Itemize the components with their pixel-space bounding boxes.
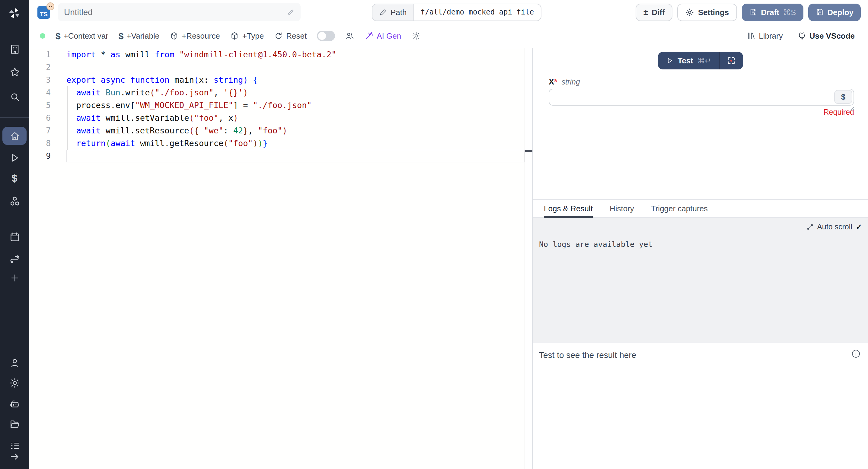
ai-gen-button[interactable]: AI Gen — [365, 31, 401, 40]
arg-name-label: X* — [549, 77, 557, 86]
library-icon — [747, 31, 756, 40]
code-line-8[interactable]: 8 return(await wmill.getResource("foo"))… — [29, 137, 532, 150]
line-number: 3 — [29, 74, 66, 86]
sidebar-item-variables[interactable]: $ — [2, 169, 27, 188]
search-icon[interactable] — [2, 88, 27, 106]
add-resource-button[interactable]: +Resource — [169, 31, 220, 40]
auto-scroll-checkmark[interactable]: ✓ — [856, 223, 862, 231]
code-line-2[interactable]: 2 — [29, 61, 532, 74]
windmill-logo-icon[interactable] — [2, 4, 27, 22]
diff-button[interactable]: ± Diff — [636, 3, 673, 21]
code-text: await wmill.setResource({ "we": 42}, "fo… — [66, 124, 525, 137]
line-number: 5 — [29, 99, 66, 112]
script-title: Untitled — [64, 7, 287, 17]
code-text: export async function main(x: string) { — [66, 74, 525, 86]
edit-path-button[interactable]: Path — [372, 4, 414, 20]
code-line-5[interactable]: 5 process.env["WM_MOCKED_API_FILE"] = ".… — [29, 99, 532, 112]
code-editor[interactable]: 1import * as wmill from "windmill-client… — [29, 48, 532, 469]
sidebar-add-icon[interactable] — [2, 269, 27, 287]
code-line-9[interactable]: 9 — [29, 150, 532, 162]
dollar-icon: $ — [56, 31, 61, 41]
code-line-1[interactable]: 1import * as wmill from "windmill-client… — [29, 48, 532, 61]
preview-panel: Test ⌘↵ X* string — [532, 48, 868, 469]
line-number: 7 — [29, 124, 66, 137]
indent-guide — [67, 86, 68, 150]
sidebar-item-triggers[interactable] — [2, 250, 27, 268]
settings-button[interactable]: Settings — [678, 3, 737, 21]
plus-minus-icon: ± — [644, 7, 648, 17]
library-button[interactable]: Library — [747, 31, 783, 40]
no-logs-message: No logs are available yet — [539, 240, 868, 249]
script-title-box[interactable]: Untitled — [58, 3, 301, 21]
info-icon[interactable] — [851, 349, 861, 361]
line-number: 2 — [29, 61, 66, 74]
sidebar-item-resources[interactable] — [2, 192, 27, 210]
multiplayer-users-icon[interactable] — [345, 31, 354, 40]
line-number: 8 — [29, 137, 66, 150]
result-panel: Test to see the result here — [533, 343, 868, 469]
sidebar-item-folders[interactable] — [2, 415, 27, 433]
package-icon — [169, 31, 179, 40]
vscode-octocat-icon — [797, 31, 806, 40]
sidebar-item-settings[interactable] — [2, 374, 27, 392]
sidebar: $ — [0, 0, 29, 469]
viewfinder-record-icon — [727, 56, 736, 65]
workspace-icon[interactable] — [2, 40, 27, 58]
path-group: Path f/all/demo_mocked_api_file — [372, 3, 541, 21]
code-line-4[interactable]: 4 await Bun.write("./foo.json", '{}') — [29, 86, 532, 99]
auto-scroll-label[interactable]: Auto scroll — [817, 223, 852, 231]
code-text: import * as wmill from "windmill-client@… — [66, 48, 525, 61]
arg-x-input[interactable] — [549, 89, 854, 106]
sidebar-item-user[interactable] — [2, 354, 27, 372]
sidebar-item-home[interactable] — [2, 127, 27, 145]
line-number: 6 — [29, 112, 66, 124]
draft-button[interactable]: Draft ⌘S — [742, 3, 803, 21]
add-type-button[interactable]: +Type — [230, 31, 264, 40]
edit-title-pencil-icon[interactable] — [287, 8, 294, 16]
test-shortcut: ⌘↵ — [698, 56, 711, 65]
diff-mode-toggle[interactable] — [317, 31, 335, 41]
sidebar-item-schedules[interactable] — [2, 227, 27, 246]
required-asterisk: * — [554, 77, 557, 86]
code-text: return(await wmill.getResource("foo"))} — [66, 137, 525, 150]
tab-trigger-captures[interactable]: Trigger captures — [651, 200, 708, 217]
topbar-actions: ± Diff Settings Draft ⌘S Deploy — [636, 3, 861, 21]
tab-logs-result[interactable]: Logs & Result — [544, 200, 593, 217]
save-icon — [749, 8, 757, 16]
windmill-script-editor: $ TS — [0, 0, 868, 469]
arg-type-label: string — [562, 78, 580, 86]
logs-panel: Auto scroll ✓ No logs are available yet — [533, 218, 868, 343]
capture-test-button[interactable] — [720, 52, 743, 69]
add-variable-button[interactable]: $ +Variable — [119, 31, 159, 41]
reset-button[interactable]: Reset — [274, 31, 307, 40]
code-text — [66, 150, 525, 162]
editor-scrollbar[interactable] — [525, 48, 532, 469]
save-icon — [815, 8, 824, 16]
deploy-button[interactable]: Deploy — [808, 3, 861, 21]
workspace: 1import * as wmill from "windmill-client… — [29, 48, 868, 469]
test-button[interactable]: Test ⌘↵ — [658, 52, 719, 69]
sidebar-item-runs[interactable] — [2, 149, 27, 166]
result-placeholder: Test to see the result here — [533, 343, 868, 360]
path-pencil-icon — [379, 8, 387, 16]
play-icon — [665, 57, 673, 65]
sidebar-expand-arrow-icon[interactable] — [2, 447, 27, 465]
resize-handle-icon[interactable] — [849, 103, 855, 108]
test-button-group: Test ⌘↵ — [658, 52, 743, 69]
use-vscode-button[interactable]: Use VScode — [797, 31, 855, 40]
code-line-7[interactable]: 7 await wmill.setResource({ "we": 42}, "… — [29, 124, 532, 137]
code-line-6[interactable]: 6 await wmill.setVariable("foo", x) — [29, 112, 532, 124]
tab-history[interactable]: History — [610, 200, 634, 217]
sidebar-divider — [0, 117, 29, 118]
add-context-var-button[interactable]: $ +Context var — [56, 31, 108, 41]
sidebar-item-ai-assistant[interactable] — [2, 395, 27, 413]
code-line-3[interactable]: 3export async function main(x: string) { — [29, 74, 532, 86]
editor-settings-gear-icon[interactable] — [411, 31, 421, 40]
code-text: await Bun.write("./foo.json", '{}') — [66, 86, 525, 99]
beta-baby-emoji-icon — [46, 2, 54, 10]
magic-wand-icon — [365, 31, 374, 40]
test-args-section: Test ⌘↵ X* string — [533, 48, 868, 200]
favorites-star-icon[interactable] — [2, 63, 27, 81]
expand-logs-icon[interactable] — [806, 223, 813, 230]
insert-variable-dollar-button[interactable]: $ — [834, 90, 852, 104]
